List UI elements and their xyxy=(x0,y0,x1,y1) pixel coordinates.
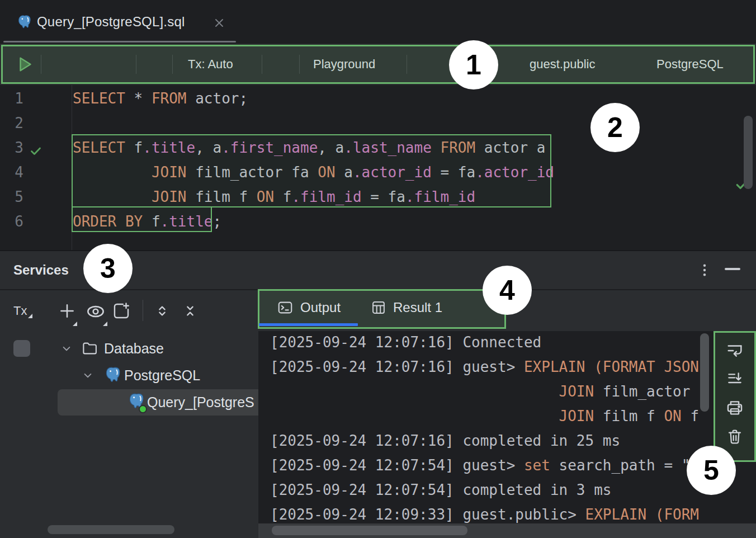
console-line: [2025-09-24 12:07:16] completed in 25 ms xyxy=(270,428,699,453)
code-line: SELECT f.title, a.first_name, a.last_nam… xyxy=(73,135,554,160)
console-selector-dropdown[interactable]: Playground xyxy=(313,44,375,85)
print-icon[interactable] xyxy=(725,398,744,417)
code-segment: JOIN xyxy=(152,188,187,205)
console-horizontal-scrollbar[interactable] xyxy=(272,526,467,535)
table-grid-icon xyxy=(371,300,386,315)
tree-label-query[interactable]: Query_[PostgreS xyxy=(147,394,254,410)
code-segment: SELECT xyxy=(73,90,125,107)
code-segment: .film_id xyxy=(291,188,361,205)
annotation-number: 5 xyxy=(703,454,719,487)
code-segment: film f xyxy=(187,188,257,205)
gutter-line: 6 xyxy=(0,209,72,234)
line-number: 5 xyxy=(0,185,23,209)
console-line: [2025-09-24 12:07:16] Connected xyxy=(270,331,699,355)
tree-stop-square xyxy=(13,340,30,357)
delete-trash-icon[interactable] xyxy=(726,427,744,446)
tx-mode-dropdown[interactable]: Tx: Auto xyxy=(188,44,233,85)
code-segment: f xyxy=(274,188,291,205)
dialect-dropdown[interactable]: PostgreSQL xyxy=(656,44,724,85)
kebab-menu-icon[interactable] xyxy=(697,262,712,278)
code-segment: f xyxy=(682,408,699,424)
tab-output-label: Output xyxy=(300,300,341,315)
code-segment: ON xyxy=(318,164,335,181)
statement-success-check-icon xyxy=(29,144,42,158)
annotation-number: 4 xyxy=(499,274,515,306)
code-segment: EXPLAIN (FORM xyxy=(585,506,700,523)
code-segment: a xyxy=(336,164,353,181)
annotation-circle-1: 1 xyxy=(449,40,498,89)
dialect-label: PostgreSQL xyxy=(656,57,724,72)
editor-gutter: 123456 xyxy=(0,86,72,234)
file-tab[interactable]: Query_[PostgreSQL].sql xyxy=(37,0,185,44)
schema-dropdown[interactable]: guest.public xyxy=(530,44,595,85)
code-line: ORDER BY f.title; xyxy=(73,209,554,234)
console-log: [2025-09-24 12:07:16] Connected[2025-09-… xyxy=(270,331,699,527)
code-segment: , a xyxy=(318,139,344,156)
code-segment: film_actor fa xyxy=(187,164,318,181)
schema-label: guest.public xyxy=(530,57,595,72)
tx-tool-dropdown[interactable]: Tx xyxy=(13,290,27,331)
gutter-separator xyxy=(72,85,72,250)
collapse-all-icon[interactable] xyxy=(181,301,199,320)
postgresql-connection-icon xyxy=(103,366,121,384)
gutter-line: 5 xyxy=(0,185,72,209)
tree-label-database[interactable]: Database xyxy=(104,341,164,357)
code-line xyxy=(73,111,554,135)
code-segment xyxy=(73,188,152,205)
code-segment: .actor_id xyxy=(353,164,432,181)
gutter-line: 1 xyxy=(0,86,72,111)
editor-vertical-scrollbar[interactable] xyxy=(744,116,753,189)
code-segment: [2025-09-24 12:07:16] xyxy=(270,432,462,449)
output-console[interactable]: [2025-09-24 12:07:16] Connected[2025-09-… xyxy=(258,331,756,538)
chevron-expanded-icon[interactable] xyxy=(59,341,74,356)
tab-result-label: Result 1 xyxy=(393,300,442,315)
sql-editor[interactable]: 123456 SELECT * FROM actor;SELECT f.titl… xyxy=(0,85,756,250)
tab-output[interactable]: Output xyxy=(277,289,341,326)
code-segment: JOIN xyxy=(559,408,594,424)
tree-label-connection[interactable]: PostgreSQL xyxy=(124,367,200,384)
gutter-line: 3 xyxy=(0,135,72,160)
soft-wrap-icon[interactable] xyxy=(725,341,744,360)
line-number: 4 xyxy=(0,160,23,185)
view-options-eye-icon[interactable] xyxy=(85,303,106,320)
open-in-new-tab-icon[interactable] xyxy=(112,301,131,320)
tab-result-1[interactable]: Result 1 xyxy=(371,289,442,326)
code-segment: .actor_id xyxy=(475,164,554,181)
annotation-number: 2 xyxy=(607,111,623,144)
services-tree: Database PostgreSQL Query_[PostgreS xyxy=(0,331,258,538)
code-line: JOIN film_actor fa ON a.actor_id = fa.ac… xyxy=(73,160,554,185)
code-segment: f xyxy=(143,213,160,230)
gutter-line: 2 xyxy=(0,111,72,135)
editor-tab-bar: Query_[PostgreSQL].sql xyxy=(0,0,756,44)
add-data-source-icon[interactable] xyxy=(58,301,77,320)
add-dropdown-arrow xyxy=(73,322,77,326)
code-segment: ON xyxy=(257,188,274,205)
code-segment: JOIN xyxy=(152,164,187,181)
run-query-button[interactable] xyxy=(15,54,35,74)
expand-all-icon[interactable] xyxy=(153,301,171,320)
console-line: [2025-09-24 12:07:54] guest> set search_… xyxy=(270,453,699,478)
code-segment: set xyxy=(524,457,550,474)
line-number: 6 xyxy=(0,209,23,234)
code-segment: = fa xyxy=(432,164,475,181)
code-segment: .first_name xyxy=(221,139,318,156)
output-tab-bar: Output Result 1 xyxy=(258,289,506,329)
tx-tool-label: Tx xyxy=(13,304,27,318)
annotation-number: 1 xyxy=(466,49,481,81)
tree-horizontal-scrollbar[interactable] xyxy=(48,525,174,534)
scroll-to-end-icon[interactable] xyxy=(725,370,744,388)
code-segment: .last_name xyxy=(344,139,432,156)
code-segment: .title xyxy=(143,139,195,156)
editor-code[interactable]: SELECT * FROM actor;SELECT f.title, a.fi… xyxy=(73,86,554,234)
code-segment xyxy=(270,383,559,400)
code-segment: guest> xyxy=(462,358,524,375)
close-tab-icon[interactable] xyxy=(212,16,226,30)
console-vertical-scrollbar[interactable] xyxy=(700,333,709,412)
annotation-circle-5: 5 xyxy=(687,446,736,495)
tx-mode-label: Tx: Auto xyxy=(188,57,233,72)
minimize-panel-icon[interactable] xyxy=(725,268,740,270)
annotation-circle-2: 2 xyxy=(590,103,640,152)
console-line: [2025-09-24 12:07:16] guest> EXPLAIN (FO… xyxy=(270,355,699,379)
annotation-number: 3 xyxy=(100,252,116,285)
chevron-expanded-icon[interactable] xyxy=(81,368,95,383)
